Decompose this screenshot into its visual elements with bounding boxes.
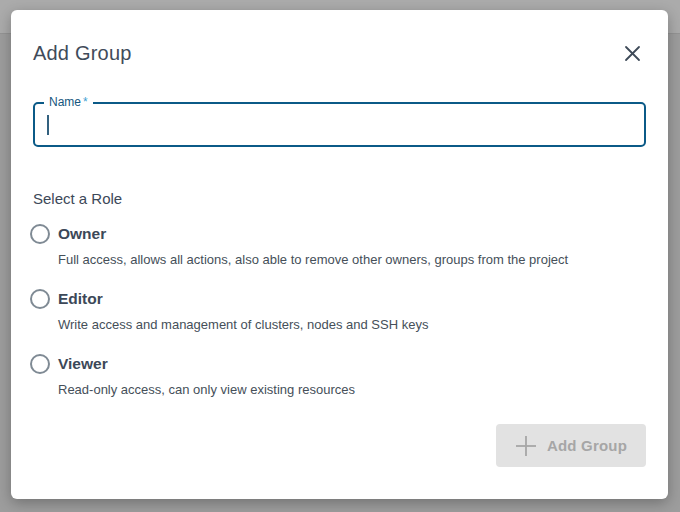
close-icon bbox=[624, 45, 641, 62]
role-owner-label: Owner bbox=[58, 224, 106, 244]
name-field-outline: Name* bbox=[33, 102, 646, 147]
role-owner-description: Full access, allows all actions, also ab… bbox=[58, 252, 646, 268]
role-owner-radio-row[interactable]: Owner bbox=[30, 224, 646, 244]
add-group-button-label: Add Group bbox=[547, 437, 627, 454]
add-group-dialog: Add Group Name* Select a Role Owner Full… bbox=[11, 10, 668, 499]
role-viewer-radio-row[interactable]: Viewer bbox=[30, 354, 646, 374]
role-viewer-description: Read-only access, can only view existing… bbox=[58, 382, 646, 398]
role-viewer-label: Viewer bbox=[58, 354, 108, 374]
role-option-owner: Owner Full access, allows all actions, a… bbox=[30, 224, 646, 268]
role-editor-label: Editor bbox=[58, 289, 103, 309]
required-asterisk: * bbox=[83, 95, 88, 109]
plus-icon bbox=[515, 435, 537, 457]
add-group-button[interactable]: Add Group bbox=[496, 424, 646, 467]
role-editor-description: Write access and management of clusters,… bbox=[58, 317, 646, 333]
dialog-header: Add Group bbox=[33, 10, 646, 65]
radio-button-icon[interactable] bbox=[30, 354, 50, 374]
name-field-label-text: Name bbox=[49, 95, 81, 109]
close-button[interactable] bbox=[620, 41, 644, 65]
dialog-title: Add Group bbox=[33, 41, 132, 65]
radio-button-icon[interactable] bbox=[30, 289, 50, 309]
role-editor-radio-row[interactable]: Editor bbox=[30, 289, 646, 309]
role-section-label: Select a Role bbox=[33, 190, 646, 208]
role-option-editor: Editor Write access and management of cl… bbox=[30, 289, 646, 333]
radio-button-icon[interactable] bbox=[30, 224, 50, 244]
name-field-label: Name* bbox=[44, 95, 93, 110]
role-option-viewer: Viewer Read-only access, can only view e… bbox=[30, 354, 646, 398]
name-input[interactable] bbox=[35, 104, 644, 145]
